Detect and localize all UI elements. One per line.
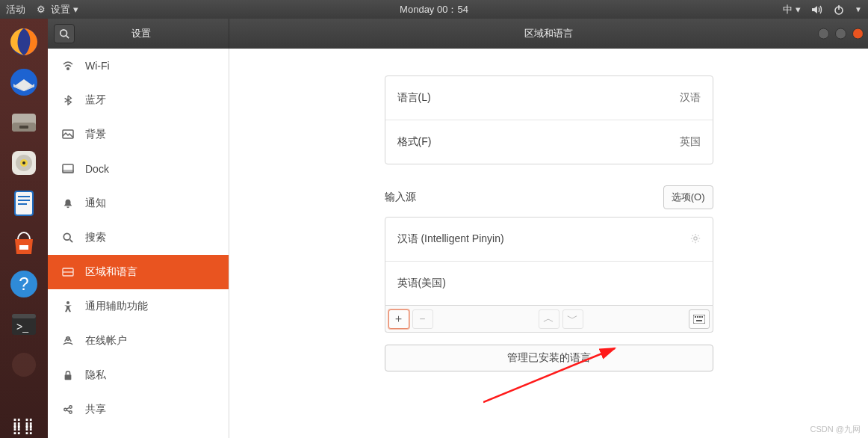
sidebar-item-background[interactable]: 背景 bbox=[48, 117, 229, 152]
sidebar-item-label: 通知 bbox=[85, 197, 106, 210]
launcher-rhythmbox[interactable] bbox=[5, 144, 43, 182]
lock-icon bbox=[61, 368, 75, 382]
gear-icon[interactable] bbox=[690, 233, 701, 246]
svg-rect-14 bbox=[18, 203, 27, 205]
sidebar-item-bluetooth[interactable]: 蓝牙 bbox=[48, 83, 229, 117]
sidebar-item-label: 搜索 bbox=[85, 231, 106, 244]
input-source-row[interactable]: 汉语 (Intelligent Pinyin) bbox=[385, 218, 713, 261]
launcher-thunderbird[interactable] bbox=[5, 64, 43, 101]
launcher-firefox[interactable] bbox=[5, 23, 43, 61]
svg-rect-15 bbox=[19, 245, 28, 250]
svg-rect-12 bbox=[18, 196, 30, 197]
sidebar-item-label: 蓝牙 bbox=[85, 93, 106, 107]
activities-button[interactable]: 活动 bbox=[6, 3, 25, 16]
svg-rect-39 bbox=[699, 316, 701, 318]
svg-point-27 bbox=[63, 233, 70, 240]
dock-icon bbox=[61, 162, 75, 176]
sidebar-item-search[interactable]: 搜索 bbox=[48, 220, 229, 255]
launcher-files[interactable] bbox=[5, 104, 43, 141]
language-format-panel: 语言(L) 汉语 格式(F) 英国 bbox=[385, 75, 713, 164]
launcher: ? >_ ⠿⠿⠿⠿ bbox=[0, 19, 48, 438]
input-source-row[interactable]: 英语(美国) bbox=[385, 261, 713, 305]
ime-indicator[interactable]: 中 ▾ bbox=[783, 3, 801, 16]
sidebar-item-privacy[interactable]: 隐私 bbox=[48, 358, 229, 392]
svg-rect-13 bbox=[18, 200, 30, 201]
svg-rect-37 bbox=[695, 316, 696, 318]
keyboard-icon bbox=[693, 315, 705, 324]
svg-point-33 bbox=[69, 405, 72, 408]
show-applications[interactable]: ⠿⠿⠿⠿ bbox=[12, 422, 36, 434]
svg-rect-40 bbox=[701, 316, 703, 318]
format-label: 格式(F) bbox=[397, 135, 432, 149]
svg-point-23 bbox=[67, 67, 69, 70]
move-down-button[interactable]: ﹀ bbox=[562, 309, 583, 329]
search-icon bbox=[61, 231, 75, 244]
sidebar-title: 设置 bbox=[81, 27, 202, 40]
svg-rect-41 bbox=[696, 320, 702, 321]
sidebar-search-button[interactable] bbox=[54, 24, 75, 43]
remove-input-source-button[interactable]: － bbox=[412, 309, 433, 329]
maximize-button[interactable] bbox=[835, 28, 846, 40]
clock[interactable]: Monday 00：54 bbox=[400, 3, 468, 16]
sidebar-item-wifi[interactable]: Wi-Fi bbox=[48, 49, 229, 83]
share-icon bbox=[61, 403, 75, 416]
format-row[interactable]: 格式(F) 英国 bbox=[385, 120, 713, 164]
settings-window: 设置 区域和语言 Wi-Fi 蓝牙 背景 Dock 通知 搜索 区域和语言 通用… bbox=[48, 19, 868, 438]
input-source-name: 汉语 (Intelligent Pinyin) bbox=[397, 232, 504, 246]
sidebar-item-label: 背景 bbox=[85, 128, 106, 141]
window-header: 设置 区域和语言 bbox=[48, 19, 868, 49]
sidebar-item-label: Wi-Fi bbox=[85, 60, 110, 72]
wifi-icon bbox=[61, 59, 75, 73]
format-value: 英国 bbox=[680, 135, 701, 149]
input-sources-label: 输入源 bbox=[385, 191, 416, 204]
globe-icon bbox=[61, 265, 75, 279]
app-menu-label: 设置 ▾ bbox=[51, 3, 78, 16]
main-content: 语言(L) 汉语 格式(F) 英国 输入源 选项(O) 汉语 (Intellig… bbox=[229, 49, 868, 438]
settings-sidebar: Wi-Fi 蓝牙 背景 Dock 通知 搜索 区域和语言 通用辅助功能 在线帐户… bbox=[48, 49, 229, 438]
launcher-software[interactable] bbox=[5, 225, 43, 262]
svg-text:?: ? bbox=[19, 274, 28, 294]
options-button[interactable]: 选项(O) bbox=[663, 185, 713, 209]
sidebar-item-accessibility[interactable]: 通用辅助功能 bbox=[48, 289, 229, 324]
power-icon[interactable] bbox=[832, 3, 846, 16]
sidebar-item-label: 共享 bbox=[85, 403, 106, 416]
chevron-down-icon[interactable]: ▼ bbox=[855, 5, 862, 13]
sidebar-item-region-language[interactable]: 区域和语言 bbox=[48, 255, 229, 289]
sidebar-item-online-accounts[interactable]: 在线帐户 bbox=[48, 324, 229, 358]
launcher-trash[interactable] bbox=[5, 346, 43, 383]
svg-point-32 bbox=[64, 408, 67, 411]
close-button[interactable] bbox=[852, 28, 864, 40]
launcher-terminal[interactable]: >_ bbox=[5, 306, 43, 343]
input-sources-toolbar: ＋ － ︿ ﹀ bbox=[385, 306, 713, 333]
online-accounts-icon bbox=[61, 334, 75, 348]
svg-rect-36 bbox=[693, 315, 705, 324]
bell-icon bbox=[61, 197, 75, 210]
sidebar-item-label: Dock bbox=[85, 163, 109, 175]
svg-point-21 bbox=[12, 353, 36, 377]
bluetooth-icon bbox=[61, 93, 75, 107]
svg-rect-26 bbox=[63, 170, 73, 173]
app-menu[interactable]: ⚙ 设置 ▾ bbox=[34, 3, 78, 16]
sidebar-item-notifications[interactable]: 通知 bbox=[48, 186, 229, 220]
keyboard-layout-button[interactable] bbox=[689, 309, 710, 329]
language-row[interactable]: 语言(L) 汉语 bbox=[385, 76, 713, 120]
sidebar-item-sharing[interactable]: 共享 bbox=[48, 392, 229, 427]
volume-icon[interactable] bbox=[810, 3, 823, 16]
launcher-writer[interactable] bbox=[5, 185, 43, 222]
svg-point-22 bbox=[61, 30, 67, 37]
input-sources-list: 汉语 (Intelligent Pinyin) 英语(美国) bbox=[385, 217, 713, 306]
minimize-button[interactable] bbox=[818, 28, 829, 40]
svg-point-9 bbox=[22, 161, 25, 164]
sidebar-item-label: 在线帐户 bbox=[85, 334, 127, 348]
search-icon bbox=[59, 28, 69, 39]
manage-languages-button[interactable]: 管理已安装的语言 bbox=[385, 345, 713, 371]
window-controls bbox=[818, 28, 864, 40]
svg-rect-31 bbox=[65, 374, 72, 380]
move-up-button[interactable]: ︿ bbox=[539, 309, 559, 329]
watermark: CSDN @九网 bbox=[810, 424, 861, 435]
add-input-source-button[interactable]: ＋ bbox=[388, 309, 409, 329]
launcher-help[interactable]: ? bbox=[5, 265, 43, 303]
svg-point-34 bbox=[69, 410, 72, 413]
gear-icon: ⚙ bbox=[34, 3, 48, 16]
sidebar-item-dock[interactable]: Dock bbox=[48, 152, 229, 186]
